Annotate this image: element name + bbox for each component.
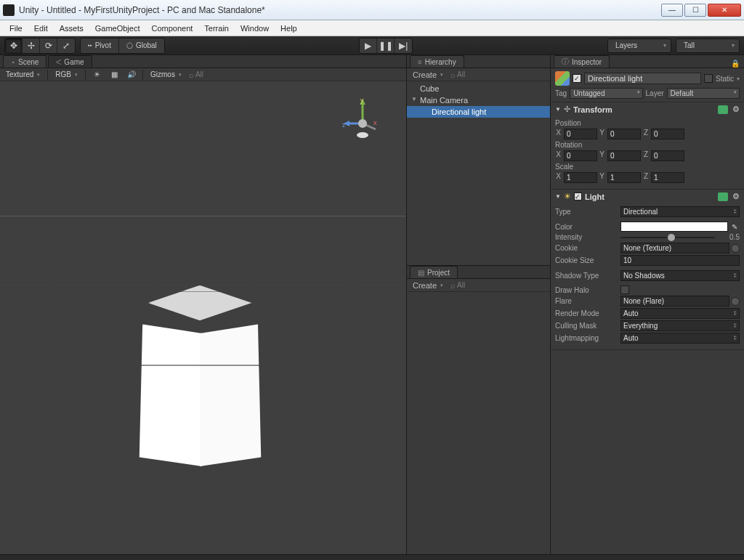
- light-drawhalo-label: Draw Halo: [555, 286, 620, 294]
- scale-z[interactable]: [651, 172, 684, 183]
- menu-terrain[interactable]: Terrain: [199, 23, 234, 34]
- scene-draw-mode[interactable]: Textured: [3, 70, 43, 78]
- light-shadow-label: Shadow Type: [555, 272, 620, 280]
- tab-inspector[interactable]: ⓘInspector: [554, 55, 610, 68]
- object-picker-icon[interactable]: [731, 244, 740, 253]
- scene-render-mode[interactable]: RGB: [52, 70, 81, 78]
- minimize-button[interactable]: —: [661, 4, 683, 17]
- position-z[interactable]: [651, 129, 684, 139]
- scene-tabs: ⋆Scene ᐸGame: [0, 55, 406, 68]
- tab-scene[interactable]: ⋆Scene: [3, 55, 46, 68]
- inspector-lock-icon[interactable]: 🔒: [727, 60, 744, 68]
- light-doc-icon[interactable]: [718, 192, 728, 201]
- scene-subbar: Textured RGB ☀ ▦ 🔊 Gizmos All: [0, 68, 406, 81]
- light-gear-icon[interactable]: ⚙: [732, 192, 740, 201]
- menu-gameobject[interactable]: GameObject: [90, 23, 145, 34]
- hierarchy-search[interactable]: All: [450, 70, 465, 79]
- menu-help[interactable]: Help: [275, 23, 302, 34]
- static-label: Static: [716, 75, 734, 83]
- light-title: Light: [585, 192, 715, 201]
- menu-file[interactable]: File: [4, 23, 28, 34]
- scene-gizmos-dropdown[interactable]: Gizmos: [147, 70, 185, 78]
- light-type-dropdown[interactable]: Directional: [620, 206, 740, 217]
- hierarchy-item-cube[interactable]: Cube: [407, 83, 550, 94]
- play-button[interactable]: ▶: [360, 38, 377, 53]
- rotation-x[interactable]: [564, 150, 597, 161]
- transform-foldout[interactable]: ▼: [555, 106, 561, 113]
- scene-grid-toggle[interactable]: ▦: [108, 70, 121, 80]
- hierarchy-create[interactable]: Create: [410, 70, 446, 79]
- space-toggle[interactable]: ◯Global: [119, 38, 164, 53]
- light-cookie-size-field[interactable]: [620, 255, 740, 266]
- light-rendermode-dropdown[interactable]: Auto: [620, 308, 740, 319]
- project-search[interactable]: All: [450, 281, 465, 290]
- gameobject-name-field[interactable]: [584, 73, 701, 84]
- light-drawhalo-checkbox[interactable]: [620, 285, 629, 294]
- scene-orientation-gizmo[interactable]: y z x: [341, 94, 384, 145]
- light-cookie-field[interactable]: None (Texture): [620, 243, 729, 253]
- light-lightmapping-dropdown[interactable]: Auto: [620, 333, 740, 344]
- tab-project[interactable]: ▤Project: [410, 266, 458, 278]
- scene-cube-object[interactable]: [138, 299, 262, 466]
- transform-doc-icon[interactable]: [718, 105, 728, 114]
- scale-y[interactable]: [607, 172, 641, 183]
- tab-game[interactable]: ᐸGame: [48, 55, 92, 68]
- move-tool[interactable]: ✢: [23, 38, 40, 53]
- project-icon: ▤: [418, 269, 424, 277]
- light-foldout[interactable]: ▼: [555, 193, 561, 200]
- transform-gear-icon[interactable]: ⚙: [732, 105, 740, 114]
- menu-assets[interactable]: Assets: [54, 23, 89, 34]
- pivot-toggle[interactable]: ▪▪Pivot: [81, 38, 119, 53]
- close-button[interactable]: ✕: [708, 4, 741, 17]
- scene-search[interactable]: All: [189, 70, 203, 79]
- light-flare-label: Flare: [555, 297, 620, 305]
- light-shadow-dropdown[interactable]: No Shadows: [620, 270, 740, 281]
- light-icon: ☀: [564, 192, 571, 201]
- light-flare-field[interactable]: None (Flare): [620, 296, 729, 307]
- scene-viewport[interactable]: y z x: [0, 81, 406, 554]
- maximize-button[interactable]: ☐: [684, 4, 706, 17]
- light-color-swatch[interactable]: [620, 222, 728, 232]
- scale-x[interactable]: [564, 172, 597, 183]
- light-intensity-slider[interactable]: 0.5: [620, 233, 740, 241]
- gameobject-enabled-checkbox[interactable]: ✓: [573, 74, 581, 83]
- step-button[interactable]: ▶|: [395, 38, 412, 53]
- rotate-tool[interactable]: ⟳: [40, 38, 57, 53]
- menu-window[interactable]: Window: [235, 23, 274, 34]
- layer-dropdown[interactable]: Default: [667, 88, 740, 99]
- menubar: File Edit Assets GameObject Component Te…: [0, 20, 744, 36]
- eyedropper-icon[interactable]: ✎: [729, 222, 740, 232]
- light-cookie-label: Cookie: [555, 244, 620, 252]
- scene-audio-toggle[interactable]: 🔊: [125, 70, 138, 80]
- hierarchy-icon: ≡: [418, 58, 422, 66]
- playback-group: ▶ ❚❚ ▶|: [359, 38, 413, 54]
- pause-button[interactable]: ❚❚: [377, 38, 395, 53]
- tag-dropdown[interactable]: Untagged: [570, 88, 642, 99]
- object-picker-icon[interactable]: [731, 297, 740, 306]
- hierarchy-item-main-camera[interactable]: ▼Main Camera: [407, 94, 550, 106]
- titlebar: Unity - Untitled - MyFirstUnityProject -…: [0, 0, 744, 20]
- inspector-icon: ⓘ: [562, 57, 569, 67]
- rotation-y[interactable]: [607, 150, 641, 161]
- position-y[interactable]: [607, 129, 641, 139]
- light-intensity-label: Intensity: [555, 233, 620, 241]
- light-enabled-checkbox[interactable]: ✓: [574, 192, 582, 200]
- hierarchy-item-directional-light[interactable]: Directional light: [407, 106, 550, 118]
- scene-light-toggle[interactable]: ☀: [90, 70, 103, 80]
- project-create[interactable]: Create: [410, 281, 446, 290]
- tab-hierarchy[interactable]: ≡Hierarchy: [410, 55, 464, 68]
- light-culling-dropdown[interactable]: Everything: [620, 320, 740, 331]
- rotation-z[interactable]: [651, 150, 684, 161]
- axis-z-label: z: [342, 121, 346, 129]
- expand-arrow-icon[interactable]: ▼: [411, 96, 417, 102]
- scale-tool[interactable]: ⤢: [57, 38, 75, 53]
- position-x[interactable]: [564, 129, 597, 139]
- menu-edit[interactable]: Edit: [29, 23, 53, 34]
- hand-tool[interactable]: ✥: [5, 38, 23, 53]
- layers-dropdown[interactable]: Layers: [607, 38, 671, 53]
- layout-dropdown[interactable]: Tall: [676, 38, 740, 53]
- menu-component[interactable]: Component: [146, 23, 198, 34]
- static-checkbox[interactable]: [704, 74, 713, 83]
- axis-y-label: y: [360, 97, 364, 104]
- scene-icon: ⋆: [11, 58, 15, 66]
